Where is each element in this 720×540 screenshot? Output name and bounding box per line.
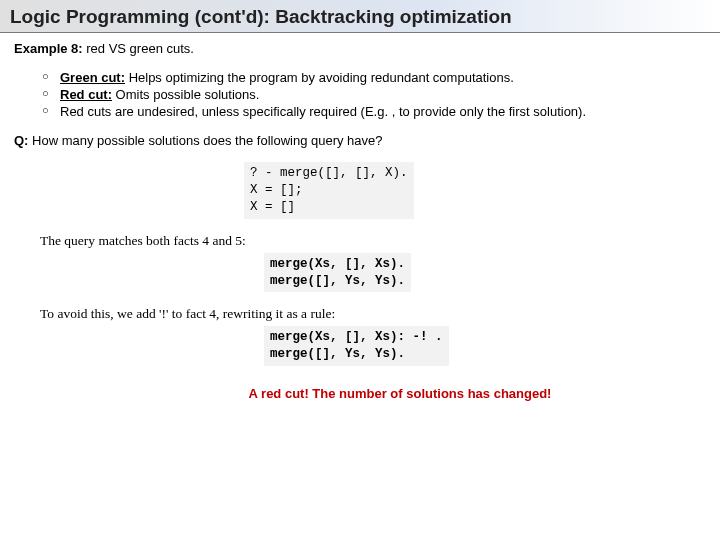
code-wrap-2: merge(Xs, [], Xs). merge([], Ys, Ys). [14, 253, 706, 307]
question-label: Q: [14, 133, 28, 148]
question-text: How many possible solutions does the fol… [28, 133, 382, 148]
bullet-green-cut: Green cut: Helps optimizing the program … [42, 70, 706, 85]
slide-content: Example 8: red VS green cuts. Green cut:… [0, 33, 720, 409]
code-wrap-3: merge(Xs, [], Xs): -! . merge([], Ys, Ys… [14, 326, 706, 380]
bullet-text: Omits possible solutions. [112, 87, 259, 102]
para-avoid: To avoid this, we add '!' to fact 4, rew… [40, 306, 706, 322]
para-matches: The query matches both facts 4 and 5: [40, 233, 706, 249]
title-bar: Logic Programming (cont'd): Backtracking… [0, 0, 720, 33]
slide-title: Logic Programming (cont'd): Backtracking… [10, 6, 710, 28]
bullet-red-cut-note: Red cuts are undesired, unless specifica… [42, 104, 706, 119]
example-text: red VS green cuts. [83, 41, 194, 56]
example-label: Example 8: [14, 41, 83, 56]
code-facts: merge(Xs, [], Xs). merge([], Ys, Ys). [264, 253, 411, 293]
bullet-label: Red cut: [60, 87, 112, 102]
example-line: Example 8: red VS green cuts. [14, 41, 706, 56]
question-line: Q: How many possible solutions does the … [14, 133, 706, 148]
bullet-list: Green cut: Helps optimizing the program … [14, 70, 706, 119]
code-wrap-1: ? - merge([], [], X). X = []; X = [] [14, 162, 706, 233]
bullet-text: Red cuts are undesired, unless specifica… [60, 104, 586, 119]
bullet-label: Green cut: [60, 70, 125, 85]
bullet-red-cut: Red cut: Omits possible solutions. [42, 87, 706, 102]
code-rewrite: merge(Xs, [], Xs): -! . merge([], Ys, Ys… [264, 326, 449, 366]
code-query: ? - merge([], [], X). X = []; X = [] [244, 162, 414, 219]
red-cut-note: A red cut! The number of solutions has c… [14, 386, 706, 401]
bullet-text: Helps optimizing the program by avoiding… [125, 70, 514, 85]
